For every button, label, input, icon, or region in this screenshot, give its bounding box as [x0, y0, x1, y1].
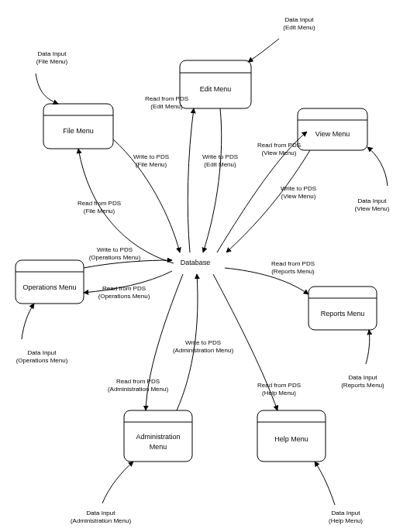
svg-text:Read from PDS: Read from PDS: [116, 378, 160, 385]
svg-text:(Edit Menu): (Edit Menu): [283, 24, 315, 31]
svg-text:Write to PDS: Write to PDS: [281, 185, 316, 192]
edit-write-arrow: [203, 108, 222, 252]
context-diagram: Database File Menu Edit Menu View Menu O…: [0, 0, 417, 532]
svg-rect-12: [308, 287, 377, 330]
svg-rect-6: [298, 108, 367, 150]
view-data-input-arrow: [367, 147, 388, 186]
svg-text:Administration: Administration: [136, 433, 180, 441]
file-menu-node: File Menu: [43, 104, 113, 149]
edit-data-input-arrow: [248, 39, 279, 62]
svg-text:(Reports  Menu): (Reports Menu): [341, 382, 384, 389]
svg-text:Data Input: Data Input: [349, 374, 378, 381]
reports-menu-node: Reports Menu: [308, 287, 377, 330]
svg-text:Reports Menu: Reports Menu: [321, 310, 365, 317]
svg-text:(Reports Menu): (Reports Menu): [271, 268, 315, 275]
svg-text:Data Input: Data Input: [87, 510, 116, 517]
admin-data-input-arrow: [102, 462, 133, 503]
svg-text:Write to PDS: Write to PDS: [97, 246, 133, 253]
svg-text:Read from PDS: Read from PDS: [102, 285, 146, 292]
reports-data-input-arrow: [366, 330, 370, 364]
ops-data-input-arrow: [22, 304, 34, 339]
svg-text:(Operations Menu): (Operations Menu): [89, 254, 141, 261]
svg-text:(Edit Menu): (Edit Menu): [204, 161, 236, 168]
ops-write-arrow: [84, 260, 172, 268]
svg-text:Data Input: Data Input: [285, 16, 315, 23]
view-write-arrow: [226, 150, 310, 252]
file-data-input-arrow: [36, 74, 58, 104]
svg-text:View Menu: View Menu: [315, 130, 350, 138]
svg-text:(Administration Menu): (Administration Menu): [173, 347, 234, 354]
edit-read-arrow: [188, 108, 194, 252]
svg-text:(Operations Menu): (Operations Menu): [16, 357, 68, 364]
svg-text:(Help Menu): (Help Menu): [262, 390, 296, 396]
operations-menu-node: Operations Menu: [16, 260, 84, 304]
svg-text:File Menu: File Menu: [63, 127, 94, 135]
svg-rect-3: [180, 60, 251, 108]
help-data-input-arrow: [315, 462, 335, 505]
svg-text:(View Menu): (View Menu): [355, 205, 390, 212]
help-menu-node: Help Menu: [257, 410, 326, 462]
svg-text:Data Input: Data Input: [358, 197, 388, 204]
svg-text:Data Input: Data Input: [332, 510, 361, 517]
svg-text:Read from PDS: Read from PDS: [271, 260, 315, 267]
svg-text:Data Input: Data Input: [38, 50, 67, 57]
svg-text:(Help Menu): (Help Menu): [329, 517, 363, 524]
svg-text:Write to PDS: Write to PDS: [185, 339, 221, 346]
svg-text:(View Menu): (View Menu): [281, 193, 316, 200]
svg-text:Write to PDS: Write to PDS: [133, 153, 169, 160]
svg-text:Read from PDS: Read from PDS: [145, 95, 188, 102]
svg-text:Data Input: Data Input: [28, 349, 57, 356]
svg-text:Read from PDS: Read from PDS: [257, 142, 301, 149]
svg-text:(Administration Menu): (Administration Menu): [108, 386, 169, 393]
svg-text:Write to PDS: Write to PDS: [202, 153, 238, 160]
svg-text:(Edit Menu): (Edit Menu): [150, 103, 183, 110]
svg-text:(Operations Menu): (Operations Menu): [98, 293, 150, 300]
svg-text:(Administration Menu): (Administration Menu): [71, 517, 132, 524]
database-label: Database: [181, 259, 211, 266]
svg-rect-9: [16, 260, 84, 304]
svg-text:(File Menu): (File Menu): [84, 208, 115, 215]
svg-text:Edit Menu: Edit Menu: [200, 85, 232, 93]
administration-menu-node: Administration Menu: [124, 410, 192, 462]
svg-rect-0: [43, 104, 113, 149]
svg-text:Read from PDS: Read from PDS: [257, 382, 301, 389]
svg-text:(View Menu): (View Menu): [262, 149, 297, 156]
svg-text:Menu: Menu: [150, 443, 167, 451]
svg-text:(File Menu): (File Menu): [136, 161, 167, 168]
svg-text:(File Menu): (File Menu): [36, 58, 68, 65]
svg-text:Operations Menu: Operations Menu: [22, 283, 76, 291]
svg-text:Read from PDS: Read from PDS: [78, 200, 121, 207]
edit-menu-node: Edit Menu: [180, 60, 251, 108]
svg-text:Help Menu: Help Menu: [274, 435, 308, 443]
view-menu-node: View Menu: [298, 108, 367, 150]
